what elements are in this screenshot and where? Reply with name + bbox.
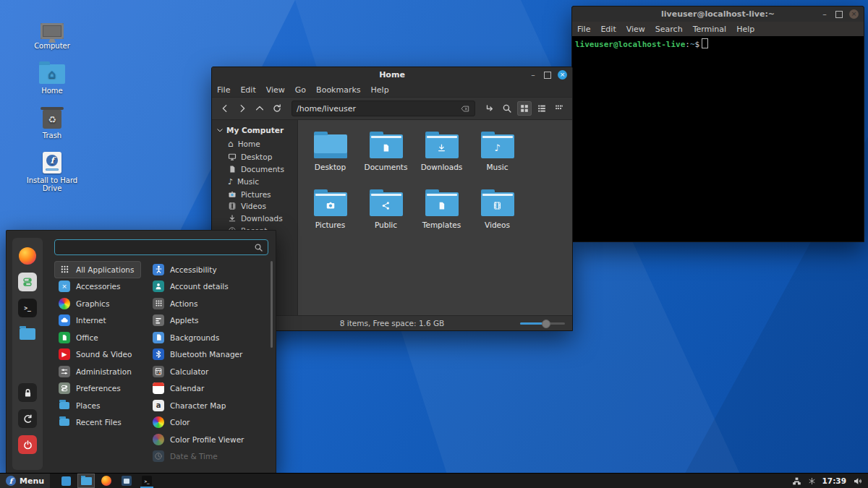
app-color[interactable]: Color (148, 414, 268, 432)
toggle-location-entry-button[interactable] (482, 101, 497, 116)
refresh-button[interactable] (270, 101, 284, 116)
close-button[interactable]: × (558, 70, 567, 80)
list-view-button[interactable] (535, 101, 549, 116)
volume-icon[interactable] (853, 476, 862, 486)
app-actions[interactable]: Actions (148, 295, 268, 312)
menu-go[interactable]: Go (290, 85, 311, 95)
terminal-window-button[interactable]: >_ (138, 474, 156, 488)
clock[interactable]: 17:39 (822, 476, 846, 485)
firefox-launcher-button[interactable] (98, 474, 115, 488)
minimize-button[interactable]: – (820, 10, 829, 18)
installer-window-button[interactable] (118, 474, 135, 488)
terminal-titlebar[interactable]: liveuser@localhost-live:~ – × (572, 7, 864, 22)
desktop-icon-install[interactable]: f Install to Hard Drive (22, 149, 82, 192)
folder-downloads[interactable]: Downloads (414, 130, 469, 188)
compact-view-button[interactable] (552, 101, 566, 116)
category-places[interactable]: Places (54, 397, 141, 414)
show-desktop-button[interactable] (57, 474, 75, 488)
search-input[interactable] (59, 242, 254, 253)
show-desktop-icon (61, 476, 71, 486)
clear-path-icon[interactable] (461, 104, 470, 114)
firefox-launcher[interactable] (18, 247, 37, 265)
up-button[interactable] (252, 101, 267, 116)
maximize-button[interactable] (544, 72, 551, 79)
folder-pictures[interactable]: Pictures (302, 188, 358, 246)
app-date-time[interactable]: Date & Time (148, 448, 268, 466)
sidebar-item-pictures[interactable]: Pictures (212, 188, 297, 200)
folder-music[interactable]: ♪ Music (469, 130, 525, 188)
folder-videos[interactable]: Videos (469, 188, 525, 246)
back-button[interactable] (218, 101, 232, 116)
desktop-icon-home[interactable]: ⌂ Home (22, 59, 82, 95)
lock-screen-button[interactable] (18, 383, 37, 402)
menu-help[interactable]: Help (366, 85, 394, 95)
software-manager-launcher[interactable] (18, 273, 37, 291)
menu-view[interactable]: View (621, 25, 650, 34)
search-button[interactable] (500, 101, 514, 116)
applets-icon (153, 314, 164, 326)
folder-desktop[interactable]: Desktop (302, 130, 358, 188)
zoom-slider-handle[interactable] (542, 320, 550, 328)
sidebar-item-documents[interactable]: Documents (212, 163, 297, 176)
close-button[interactable]: × (849, 9, 859, 19)
app-backgrounds[interactable]: Backgrounds (148, 329, 268, 346)
menu-terminal[interactable]: Terminal (688, 25, 732, 34)
menu-edit[interactable]: Edit (595, 25, 621, 34)
sidebar-item-downloads[interactable]: Downloads (212, 213, 297, 225)
app-account-details[interactable]: Account details (148, 278, 268, 296)
folder-public[interactable]: Public (358, 188, 414, 246)
app-calculator[interactable]: Calculator (148, 363, 268, 380)
category-sound-video[interactable]: ▶Sound & Video (54, 346, 141, 364)
forward-button[interactable] (235, 101, 250, 116)
shut-down-button[interactable] (18, 435, 37, 454)
sidebar-item-desktop[interactable]: Desktop (212, 151, 297, 163)
log-out-button[interactable] (18, 409, 37, 428)
path-input[interactable] (297, 104, 461, 114)
app-accessibility[interactable]: Accessibility (148, 261, 268, 278)
category-internet[interactable]: Internet (54, 312, 141, 330)
terminal-content[interactable]: liveuser@localhost-live:~$ (572, 36, 864, 241)
folder-templates[interactable]: Templates (414, 188, 469, 246)
menu-view[interactable]: View (261, 85, 290, 95)
category-preferences[interactable]: Preferences (54, 380, 141, 398)
maximize-button[interactable] (835, 11, 843, 18)
menu-scrollbar[interactable] (271, 261, 273, 348)
sidebar-item-home[interactable]: ⌂Home (212, 137, 297, 151)
app-applets[interactable]: Applets (148, 312, 268, 330)
desktop-icon-trash[interactable]: ♻ Trash (22, 104, 82, 140)
category-graphics[interactable]: Graphics (54, 295, 141, 312)
app-character-map[interactable]: aCharacter Map (148, 397, 268, 414)
category-all-applications[interactable]: All Applications (54, 261, 141, 278)
sidebar-item-videos[interactable]: Videos (212, 200, 297, 213)
app-color-profile-viewer[interactable]: Color Profile Viewer (148, 431, 268, 448)
menu-button[interactable]: f Menu (0, 474, 50, 488)
category-administration[interactable]: Administration (54, 363, 141, 380)
folder-documents[interactable]: Documents (358, 130, 414, 188)
sidebar-item-music[interactable]: ♪Music (212, 175, 297, 188)
menu-search-box[interactable] (54, 239, 268, 255)
files-titlebar[interactable]: Home – × (212, 67, 572, 82)
file-manager-window-button[interactable] (77, 474, 95, 488)
app-bluetooth-manager[interactable]: Bluetooth Manager (148, 346, 268, 364)
icon-view-button[interactable] (517, 101, 532, 116)
zoom-slider[interactable] (520, 316, 565, 330)
app-calendar[interactable]: Calendar (148, 380, 268, 398)
status-snowflake-icon[interactable] (808, 477, 816, 485)
menu-search[interactable]: Search (650, 25, 688, 34)
minimize-button[interactable]: – (529, 71, 537, 79)
network-icon[interactable] (792, 476, 801, 486)
menu-file[interactable]: File (212, 85, 235, 95)
menu-file[interactable]: File (572, 25, 595, 34)
menu-help[interactable]: Help (731, 25, 760, 34)
category-recent-files[interactable]: Recent Files (54, 414, 141, 432)
menu-bookmarks[interactable]: Bookmarks (311, 85, 365, 95)
sidebar-section-my-computer[interactable]: My Computer (212, 124, 297, 137)
path-bar[interactable] (292, 100, 475, 116)
color-profile-icon (153, 434, 164, 445)
category-accessories[interactable]: ×Accessories (54, 278, 141, 296)
desktop-icon-computer[interactable]: Computer (22, 14, 82, 50)
terminal-launcher[interactable]: >_ (18, 299, 37, 317)
menu-edit[interactable]: Edit (235, 85, 260, 95)
category-office[interactable]: Office (54, 329, 141, 346)
file-manager-launcher[interactable] (18, 325, 37, 343)
